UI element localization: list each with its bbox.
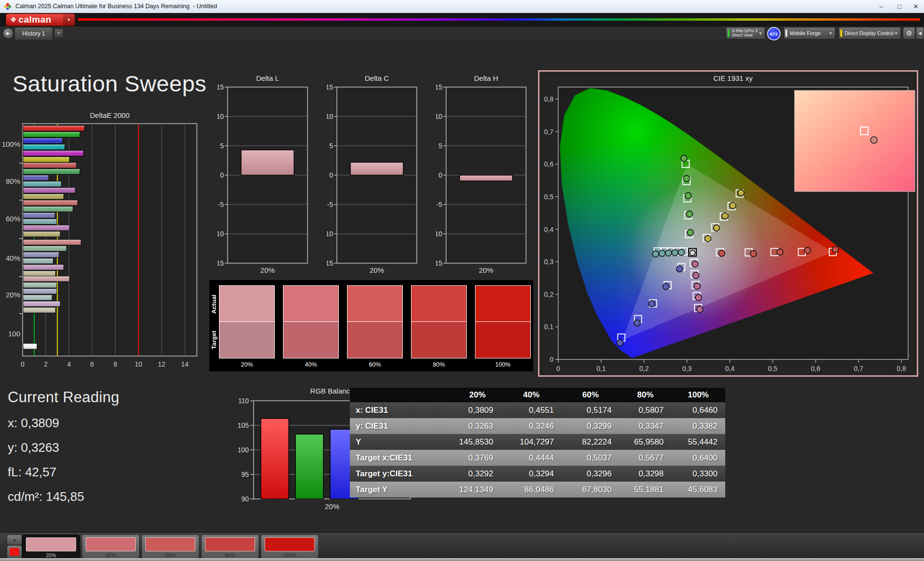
rgb-bar-Green xyxy=(295,434,323,499)
cie-svg: CIE 1931 xy00,10,20,30,40,50,60,70,800,1… xyxy=(539,72,917,375)
add-tab-button[interactable]: + xyxy=(54,28,64,38)
close-button[interactable]: ✕ xyxy=(908,0,924,13)
bar-gloss xyxy=(23,144,65,150)
inset-measured-point xyxy=(871,137,877,143)
cell-value: 0,3298 xyxy=(619,466,671,482)
y-tick-label: 0,7 xyxy=(544,128,554,136)
bar-gloss xyxy=(23,188,75,193)
cell-value: 0,5037 xyxy=(562,450,619,466)
current-patch-button[interactable] xyxy=(7,545,22,559)
collapse-panel-button[interactable]: ◀ xyxy=(916,27,924,39)
white-point-measured xyxy=(690,250,695,255)
meter-dropdown[interactable]: X-Rite i1Pro 3 Direct View ▼ xyxy=(726,27,765,39)
display-control-name: Direct Display Control xyxy=(845,30,894,36)
bar-gloss xyxy=(23,194,64,199)
actual-swatch xyxy=(219,285,275,322)
bar-gloss xyxy=(23,271,55,276)
calman-logo-text: calman xyxy=(18,14,51,25)
y-tick-label: 110 xyxy=(238,397,249,405)
patch-button-80%[interactable]: 80% xyxy=(201,535,259,559)
cell-value: 0,3246 xyxy=(501,418,562,434)
row-label: y: CIE31 xyxy=(350,418,454,434)
measured-point-cyan xyxy=(653,251,659,257)
bar-gloss xyxy=(23,206,73,212)
bar-gloss xyxy=(23,157,69,162)
swatch-column-60%: 60% xyxy=(347,285,403,368)
y-tick-label: -10 xyxy=(218,230,224,238)
panel-expand-button[interactable]: ▶ xyxy=(3,28,13,38)
cell-value: 124,1349 xyxy=(454,482,501,497)
y-tick-label: 0,5 xyxy=(544,193,554,201)
patch-button-20%[interactable]: 20% xyxy=(22,535,80,559)
meter-count-badge[interactable]: 672 xyxy=(767,27,781,40)
delta_h-svg: Delta H151050-5-10-1520% xyxy=(436,71,532,277)
bar-gloss xyxy=(23,295,52,300)
target-swatch xyxy=(475,322,531,358)
patch-chip xyxy=(26,537,76,551)
bar-gloss xyxy=(23,240,81,245)
y-tick-label: -15 xyxy=(436,259,442,267)
measured-point-green xyxy=(685,192,692,199)
cell-value: 65,9580 xyxy=(619,434,671,450)
y-tick-label: -5 xyxy=(436,201,443,208)
delta_c-svg: Delta C151050-5-10-1520% xyxy=(327,71,423,277)
y-tick-label: 0,8 xyxy=(544,95,554,103)
x-tick-label: 0 xyxy=(21,360,25,368)
swatch-label: 20% xyxy=(219,361,275,368)
maximize-button[interactable]: □ xyxy=(891,0,908,13)
swatch-column-20%: 20% xyxy=(219,285,275,368)
bar-gloss xyxy=(23,231,60,237)
bar-gloss xyxy=(23,258,53,264)
patch-label: 60% xyxy=(142,552,199,558)
group-label: 20% xyxy=(6,291,20,299)
group-label: 100% xyxy=(2,140,20,148)
plus-icon: + xyxy=(57,30,60,37)
tab-history-1[interactable]: History 1 xyxy=(14,27,53,40)
measured-point-cyan xyxy=(678,249,684,255)
measured-point-blue xyxy=(663,283,669,290)
swatch-label: 100% xyxy=(475,361,531,368)
measured-point-blue xyxy=(677,266,683,272)
measured-point-green xyxy=(687,230,693,236)
source-dropdown[interactable]: Mobile Forge ▼ xyxy=(783,27,835,39)
cell-value: 0,3263 xyxy=(454,418,501,434)
x-tick-label: 0,8 xyxy=(897,365,906,372)
y-tick-label: 15 xyxy=(327,83,333,91)
y-tick-label: 100 xyxy=(238,446,249,454)
chart-title: DeltaE 2000 xyxy=(90,111,130,119)
chart-title: Delta L xyxy=(256,74,279,82)
app-header: ❖ calman ▼ xyxy=(0,13,924,26)
minimize-button[interactable]: – xyxy=(873,0,889,13)
bar-gloss xyxy=(23,200,77,205)
y-tick-label: -5 xyxy=(218,201,224,208)
table-row: Target x:CIE310,37690,44440,50370,56770,… xyxy=(350,450,725,466)
bar-gloss xyxy=(23,163,77,168)
cell-value: 0,3296 xyxy=(562,466,619,482)
group-label: 100 xyxy=(8,330,20,338)
cell-value: 0,3299 xyxy=(562,418,619,434)
bar-gloss xyxy=(23,181,61,187)
window-title: Calman 2025 Calman Ultimate for Business… xyxy=(15,3,217,10)
patch-button-40%[interactable]: 40% xyxy=(82,535,140,559)
patch-button-100%[interactable]: 100% xyxy=(261,535,319,559)
y-tick-label: -5 xyxy=(327,201,334,208)
y-tick-label: 10 xyxy=(436,113,442,120)
bar-gloss xyxy=(23,252,59,257)
settings-button[interactable]: ⚙ xyxy=(903,27,915,39)
chart-title: RGB Balance xyxy=(310,387,354,395)
bar-gloss xyxy=(23,276,69,281)
table-row: y: CIE310,32630,32460,32990,33470,3382 xyxy=(350,418,725,434)
measured-point-yellow xyxy=(738,190,744,196)
x-tick-label: 0,3 xyxy=(682,365,692,372)
calman-menu-button[interactable]: ❖ calman ▼ xyxy=(6,13,75,26)
target-swatch xyxy=(283,322,339,358)
cie-1931-panel[interactable]: CIE 1931 xy00,10,20,30,40,50,60,70,800,1… xyxy=(538,70,918,377)
chart-title: Delta H xyxy=(474,74,498,82)
cell-value: 0,6460 xyxy=(671,402,725,418)
pattern-panel-up-button[interactable]: ▲ xyxy=(7,535,22,545)
x-tick-label: 0,5 xyxy=(768,365,778,372)
x-tick-label: 4 xyxy=(67,360,71,368)
actual-target-swatch-panel: Actual Target 20%40%60%80%100% xyxy=(209,280,533,371)
patch-button-60%[interactable]: 60% xyxy=(141,535,199,559)
display-control-dropdown[interactable]: Direct Display Control ▼ xyxy=(838,27,901,39)
